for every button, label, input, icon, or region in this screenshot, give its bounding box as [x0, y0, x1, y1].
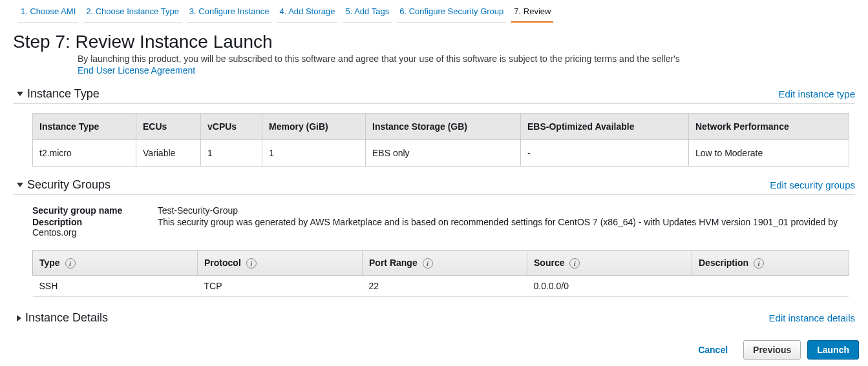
col-ebs: EBS-Optimized Available: [521, 114, 689, 140]
wizard-steps: 1. Choose AMI 2. Choose Instance Type 3.…: [0, 0, 868, 23]
previous-button[interactable]: Previous: [743, 340, 801, 360]
wizard-step-3[interactable]: 3. Configure Instance: [187, 3, 272, 23]
wizard-step-2[interactable]: 2. Choose Instance Type: [83, 3, 182, 23]
cell-source: 0.0.0.0/0: [527, 276, 692, 297]
page-title: Step 7: Review Instance Launch: [13, 32, 855, 52]
caret-down-icon[interactable]: [17, 92, 23, 96]
edit-security-groups-link[interactable]: Edit security groups: [770, 179, 855, 190]
col-storage: Instance Storage (GB): [366, 114, 521, 140]
eula-link[interactable]: End User License Agreement: [78, 65, 195, 76]
sg-name-value: Test-Security-Group: [158, 205, 238, 216]
table-row: SSH TCP 22 0.0.0.0/0: [33, 276, 849, 297]
cell-network: Low to Moderate: [689, 140, 849, 167]
table-row: t2.micro Variable 1 1 EBS only - Low to …: [33, 140, 849, 167]
cell-description: [692, 276, 849, 297]
cell-protocol: TCP: [198, 276, 363, 297]
wizard-step-7[interactable]: 7. Review: [511, 3, 553, 23]
cancel-button[interactable]: Cancel: [689, 341, 737, 359]
info-icon[interactable]: i: [65, 258, 76, 269]
security-group-table: Type i Protocol i Port Range i Source i …: [32, 250, 849, 297]
col-vcpus: vCPUs: [201, 114, 262, 140]
edit-instance-type-link[interactable]: Edit instance type: [779, 88, 855, 99]
sg-desc-label: Description: [32, 217, 155, 227]
wizard-step-6[interactable]: 6. Configure Security Group: [397, 3, 506, 23]
info-icon[interactable]: i: [246, 258, 257, 269]
launch-button[interactable]: Launch: [807, 340, 859, 360]
wizard-step-5[interactable]: 5. Add Tags: [343, 3, 392, 23]
section-instance-type-header: Instance Type Edit instance type: [13, 87, 855, 104]
cell-memory: 1: [262, 140, 366, 167]
edit-instance-details-link[interactable]: Edit instance details: [769, 312, 855, 323]
col-network: Network Performance: [689, 114, 849, 140]
section-instance-type-title: Instance Type: [27, 87, 100, 101]
footer-actions: Cancel Previous Launch: [689, 340, 859, 360]
col-instance-type: Instance Type: [33, 114, 136, 140]
info-icon[interactable]: i: [569, 258, 580, 269]
section-instance-details-header: Instance Details Edit instance details: [13, 311, 855, 326]
table-header-row: Type i Protocol i Port Range i Source i …: [33, 251, 849, 276]
col-type: Type i: [33, 251, 198, 276]
wizard-step-4[interactable]: 4. Add Storage: [277, 3, 337, 23]
col-source: Source i: [527, 251, 692, 276]
caret-down-icon[interactable]: [17, 183, 23, 187]
cell-storage: EBS only: [366, 140, 521, 167]
sg-name-label: Security group name: [32, 205, 155, 216]
col-description: Description i: [692, 251, 849, 276]
table-header-row: Instance Type ECUs vCPUs Memory (GiB) In…: [33, 114, 849, 140]
section-security-groups-title: Security Groups: [27, 178, 111, 192]
info-icon[interactable]: i: [754, 258, 764, 269]
cell-instance-type: t2.micro: [33, 140, 136, 167]
col-protocol: Protocol i: [198, 251, 363, 276]
info-icon[interactable]: i: [423, 258, 433, 269]
wizard-step-1[interactable]: 1. Choose AMI: [18, 3, 78, 23]
security-group-meta: Security group name Test-Security-Group …: [32, 205, 855, 238]
cell-ebs: -: [521, 140, 689, 167]
section-security-groups-header: Security Groups Edit security groups: [13, 178, 855, 195]
caret-right-icon[interactable]: [17, 315, 21, 321]
instance-type-table: Instance Type ECUs vCPUs Memory (GiB) In…: [32, 113, 849, 167]
cell-type: SSH: [33, 276, 198, 297]
cell-vcpus: 1: [201, 140, 262, 167]
col-ecus: ECUs: [136, 114, 201, 140]
intro-text: By launching this product, you will be s…: [78, 54, 855, 64]
cell-port-range: 22: [363, 276, 527, 297]
cell-ecus: Variable: [136, 140, 201, 167]
col-memory: Memory (GiB): [262, 114, 366, 140]
col-port-range: Port Range i: [363, 251, 527, 276]
section-instance-details-title: Instance Details: [25, 311, 108, 325]
